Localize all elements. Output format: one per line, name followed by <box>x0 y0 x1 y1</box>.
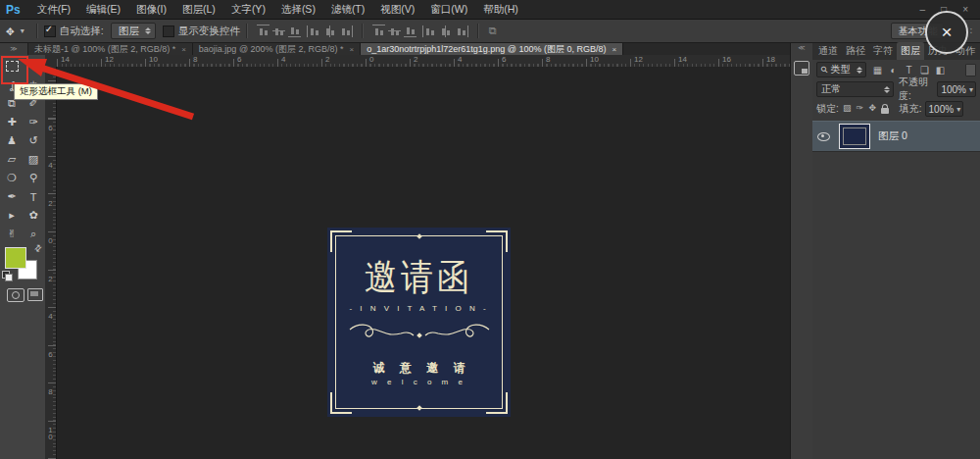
distribute-top-edges-icon[interactable] <box>372 25 385 37</box>
hand-tool[interactable]: ✌ <box>1 225 23 243</box>
canvas-area[interactable]: 邀请函 - I N V I T A T I O N - 诚 意 邀 请 w e … <box>57 67 790 459</box>
distribute-left-edges-icon[interactable] <box>422 26 436 37</box>
distribute-group-horizontal <box>422 26 468 37</box>
menu-item[interactable]: 窗口(W) <box>422 3 475 17</box>
document-tab[interactable]: baojia.jpg @ 200% (图层 2, RGB/8) * × <box>193 43 361 55</box>
menu-item[interactable]: 选择(S) <box>273 3 323 17</box>
align-horizontal-centers-icon[interactable] <box>323 26 336 37</box>
history-brush-tool[interactable]: ↺ <box>23 131 44 150</box>
auto-select-target-dropdown[interactable]: 图层 <box>111 23 156 39</box>
document-tab[interactable]: 未标题-1 @ 100% (图层 2, RGB/8) * × <box>28 43 193 55</box>
zoom-tool[interactable]: ⌕ <box>23 225 44 243</box>
panel-tab[interactable]: 图层 <box>897 42 924 60</box>
vertical-ruler: 86420246810 <box>45 67 57 459</box>
distribute-horizontal-centers-icon[interactable] <box>439 26 452 37</box>
card-title: 邀请函 <box>327 253 511 302</box>
align-right-edges-icon[interactable] <box>339 26 353 37</box>
layer-thumbnail[interactable] <box>839 124 870 149</box>
card-corner-ornament <box>486 392 508 414</box>
gradient-tool[interactable]: ▨ <box>23 150 44 169</box>
filter-shape-layers-icon[interactable]: ❏ <box>917 65 933 76</box>
default-colors-icon[interactable] <box>2 271 12 280</box>
align-bottom-edges-icon[interactable] <box>288 25 301 37</box>
menu-item[interactable]: 文字(Y) <box>223 3 273 17</box>
document-tab-title: o_1ar30notrtrpjph1l72er61tg1g.png @ 100%… <box>367 43 606 56</box>
menu-item[interactable]: 帮助(H) <box>475 3 526 17</box>
foreground-color-swatch[interactable] <box>5 247 26 269</box>
menu-item[interactable]: 文件(F) <box>29 3 78 17</box>
lock-all-icon[interactable] <box>879 103 892 115</box>
collapsed-panel-icon[interactable] <box>794 61 809 76</box>
document-tab[interactable]: o_1ar30notrtrpjph1l72er61tg1g.png @ 100%… <box>361 43 623 55</box>
current-tool-preset[interactable]: ✥ ▾ <box>0 26 30 37</box>
dodge-tool[interactable]: ⚲ <box>23 169 44 187</box>
align-group-horizontal <box>307 26 353 37</box>
filter-smart-objects-icon[interactable]: ◧ <box>933 65 949 76</box>
filter-adjustment-layers-icon[interactable]: ◐ <box>886 65 902 76</box>
path-selection-tool[interactable]: ▸ <box>1 206 23 225</box>
menu-item[interactable]: 编辑(E) <box>78 3 128 17</box>
tab-close-icon[interactable]: × <box>181 45 186 54</box>
eraser-tool[interactable]: ▱ <box>1 150 23 169</box>
ruler-label: 4 <box>279 55 285 64</box>
tab-close-icon[interactable]: × <box>612 45 617 54</box>
ruler-label: 14 <box>59 55 70 64</box>
show-transform-checkbox[interactable] <box>163 26 174 37</box>
minimize-icon[interactable]: – <box>920 4 926 15</box>
filter-type-dropdown[interactable]: ⚲ 类型 <box>816 62 866 77</box>
updown-arrows-icon <box>857 67 862 74</box>
layer-name: 图层 0 <box>878 129 907 143</box>
lock-image-pixels-icon[interactable]: ✑ <box>854 103 866 115</box>
card-corner-ornament <box>330 230 352 252</box>
blur-tool[interactable]: ❍ <box>1 169 23 187</box>
menu-item[interactable]: 图层(L) <box>174 3 223 17</box>
align-vertical-centers-icon[interactable] <box>272 26 285 37</box>
panel-tab[interactable]: 通道 <box>814 42 842 60</box>
brush-tool[interactable]: ✑ <box>23 113 44 131</box>
layer-row[interactable]: 图层 0 <box>812 121 980 152</box>
menu-item[interactable]: 滤镜(T) <box>323 3 372 17</box>
close-icon[interactable]: × <box>962 4 968 15</box>
blend-mode-dropdown[interactable]: 正常 <box>816 81 894 97</box>
lock-position-icon[interactable]: ✥ <box>866 103 879 115</box>
align-left-edges-icon[interactable] <box>307 26 320 37</box>
chevron-down-icon: ▾ <box>969 85 973 94</box>
type-tool[interactable]: T <box>23 187 44 206</box>
swap-colors-icon[interactable]: ⇄ <box>32 242 44 254</box>
clone-stamp-tool[interactable]: ♟ <box>1 131 23 150</box>
distribute-bottom-edges-icon[interactable] <box>404 25 416 37</box>
panel-tab[interactable]: 路径 <box>842 42 869 60</box>
document-tabs: 未标题-1 @ 100% (图层 2, RGB/8) * × baojia.jp… <box>28 43 623 55</box>
tool-glyph: ⌕ <box>30 228 36 240</box>
tool-panel: ✥ ʆ ✶ ⧉ ✐ ✚ ✑ <box>0 55 46 459</box>
tool-glyph: ✥ <box>28 60 37 73</box>
ruler-label: 14 <box>676 55 687 64</box>
panel-tab[interactable]: 字符 <box>869 42 897 60</box>
auto-select-checkbox[interactable] <box>44 26 56 37</box>
document-tab-bar: ≫ 未标题-1 @ 100% (图层 2, RGB/8) * × baojia.… <box>0 43 790 55</box>
screen-mode-icon[interactable] <box>27 288 43 301</box>
align-top-edges-icon[interactable] <box>257 25 270 37</box>
dock-collapse-icon[interactable]: ≪ <box>791 43 812 53</box>
filter-toggle-button[interactable] <box>965 64 976 76</box>
color-swatches: ⇄ <box>3 247 42 290</box>
pen-tool[interactable]: ✒ <box>1 187 23 206</box>
menu-item[interactable]: 图像(I) <box>128 3 174 17</box>
tab-close-icon[interactable]: × <box>350 45 355 54</box>
filter-pixel-layers-icon[interactable]: ▦ <box>870 65 886 76</box>
auto-align-layers-icon[interactable]: ⧉ <box>489 25 497 37</box>
distribute-right-edges-icon[interactable] <box>455 26 468 37</box>
quick-mask-icon[interactable] <box>7 288 24 302</box>
toolbox-collapse-icon[interactable]: ≫ <box>0 43 28 55</box>
filter-type-layers-icon[interactable]: T <box>902 65 917 76</box>
distribute-vertical-centers-icon[interactable] <box>388 26 401 37</box>
fill-value-box[interactable]: 100% ▾ <box>925 101 964 117</box>
lock-transparent-pixels-icon[interactable]: ▨ <box>841 103 854 115</box>
updown-arrows-icon <box>145 27 151 34</box>
opacity-value-box[interactable]: 100% ▾ <box>937 81 976 97</box>
ruler-label: 10 <box>47 427 54 440</box>
healing-brush-tool[interactable]: ✚ <box>1 113 23 131</box>
layer-visibility-toggle[interactable] <box>812 132 834 141</box>
menu-item[interactable]: 视图(V) <box>372 3 422 17</box>
custom-shape-tool[interactable]: ✿ <box>23 206 44 225</box>
